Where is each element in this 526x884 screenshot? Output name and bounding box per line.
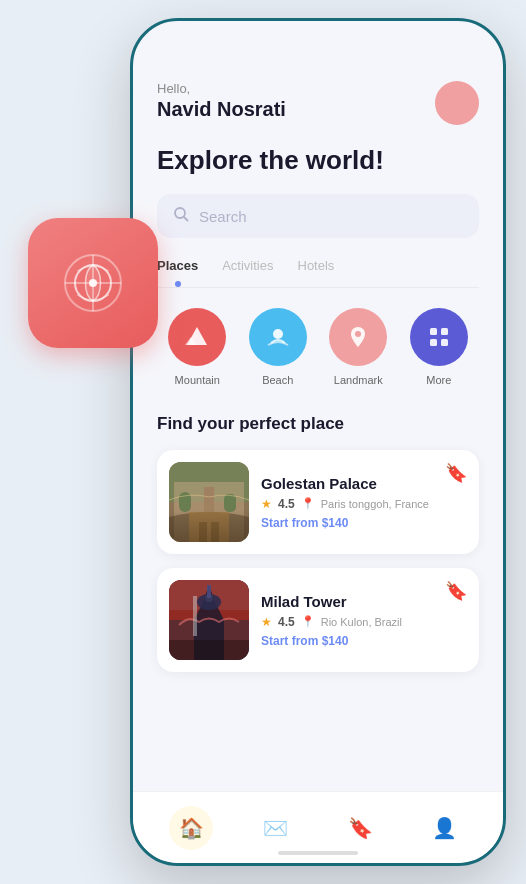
profile-icon-wrap: 👤: [423, 806, 467, 850]
svg-rect-11: [430, 328, 437, 335]
svg-point-10: [355, 331, 361, 337]
place-info-milad: Milad Tower ★ 4.5 📍 Rio Kulon, Brazil St…: [261, 593, 467, 648]
more-label: More: [426, 374, 451, 386]
place-meta-golestan: ★ 4.5 📍 Paris tonggoh, France: [261, 497, 467, 511]
user-info: Hello, Navid Nosrati: [157, 81, 286, 121]
rating-milad: 4.5: [278, 615, 295, 629]
price-golestan: Start from $140: [261, 516, 467, 530]
rating-golestan: 4.5: [278, 497, 295, 511]
star-icon-2: ★: [261, 615, 272, 629]
place-image-golestan: [169, 462, 249, 542]
messages-icon-wrap: ✉️: [254, 806, 298, 850]
tab-places[interactable]: Places: [157, 258, 198, 279]
svg-rect-20: [224, 494, 236, 512]
star-icon: ★: [261, 497, 272, 511]
beach-label: Beach: [262, 374, 293, 386]
svg-rect-14: [441, 339, 448, 346]
more-circle: [410, 308, 468, 366]
search-placeholder: Search: [199, 208, 247, 225]
location-icon-2: 📍: [301, 615, 315, 628]
svg-rect-12: [441, 328, 448, 335]
category-more[interactable]: More: [410, 308, 468, 386]
tab-activities[interactable]: Activities: [222, 258, 273, 279]
landmark-label: Landmark: [334, 374, 383, 386]
svg-rect-21: [189, 512, 229, 542]
nav-bookmarks[interactable]: 🔖: [338, 806, 382, 850]
category-beach[interactable]: Beach: [249, 308, 307, 386]
category-mountain[interactable]: Mountain: [168, 308, 226, 386]
svg-rect-19: [204, 487, 214, 512]
location-milad: Rio Kulon, Brazil: [321, 616, 402, 628]
home-icon: 🏠: [179, 816, 204, 840]
search-icon: [173, 206, 189, 226]
svg-rect-29: [207, 585, 211, 598]
messages-icon: ✉️: [263, 816, 288, 840]
profile-icon: 👤: [432, 816, 457, 840]
nav-home[interactable]: 🏠: [169, 806, 213, 850]
greeting-text: Hello,: [157, 81, 286, 96]
nav-messages[interactable]: ✉️: [254, 806, 298, 850]
nav-profile[interactable]: 👤: [423, 806, 467, 850]
landmark-circle: [329, 308, 387, 366]
section-title: Find your perfect place: [157, 414, 479, 434]
svg-rect-13: [430, 339, 437, 346]
bottom-nav: 🏠 ✉️ 🔖 👤: [133, 791, 503, 863]
svg-rect-22: [199, 522, 207, 542]
place-meta-milad: ★ 4.5 📍 Rio Kulon, Brazil: [261, 615, 467, 629]
hero-title: Explore the world!: [157, 145, 479, 176]
place-name-golestan: Golestan Palace: [261, 475, 467, 492]
place-card-golestan[interactable]: Golestan Palace ★ 4.5 📍 Paris tonggoh, F…: [157, 450, 479, 554]
place-card-milad[interactable]: Milad Tower ★ 4.5 📍 Rio Kulon, Brazil St…: [157, 568, 479, 672]
search-bar[interactable]: Search: [157, 194, 479, 238]
mountain-circle: [168, 308, 226, 366]
location-golestan: Paris tonggoh, France: [321, 498, 429, 510]
tab-hotels[interactable]: Hotels: [298, 258, 335, 279]
place-info-golestan: Golestan Palace ★ 4.5 📍 Paris tonggoh, F…: [261, 475, 467, 530]
header: Hello, Navid Nosrati: [157, 81, 479, 125]
home-icon-wrap: 🏠: [169, 806, 213, 850]
bookmark-empty-icon[interactable]: 🔖: [445, 580, 467, 602]
svg-point-9: [273, 329, 283, 339]
svg-rect-30: [169, 640, 249, 660]
bookmarks-nav-icon: 🔖: [348, 816, 373, 840]
place-name-milad: Milad Tower: [261, 593, 467, 610]
phone-frame: Hello, Navid Nosrati Explore the world! …: [130, 18, 506, 866]
svg-rect-23: [211, 522, 219, 542]
user-name: Navid Nosrati: [157, 98, 286, 121]
place-image-milad: [169, 580, 249, 660]
bookmarks-icon-wrap: 🔖: [338, 806, 382, 850]
beach-circle: [249, 308, 307, 366]
category-landmark[interactable]: Landmark: [329, 308, 387, 386]
category-icons: Mountain Beach: [157, 308, 479, 386]
bookmark-filled-icon[interactable]: 🔖: [445, 462, 467, 484]
location-icon: 📍: [301, 497, 315, 510]
phone-wrapper: Hello, Navid Nosrati Explore the world! …: [0, 0, 526, 884]
svg-line-6: [184, 217, 188, 221]
category-tabs: Places Activities Hotels: [157, 258, 479, 288]
avatar[interactable]: [435, 81, 479, 125]
bottom-indicator: [278, 851, 358, 855]
app-icon: [28, 218, 158, 348]
svg-point-4: [89, 279, 97, 287]
price-milad: Start from $140: [261, 634, 467, 648]
phone-content: Hello, Navid Nosrati Explore the world! …: [133, 21, 503, 863]
mountain-label: Mountain: [175, 374, 220, 386]
